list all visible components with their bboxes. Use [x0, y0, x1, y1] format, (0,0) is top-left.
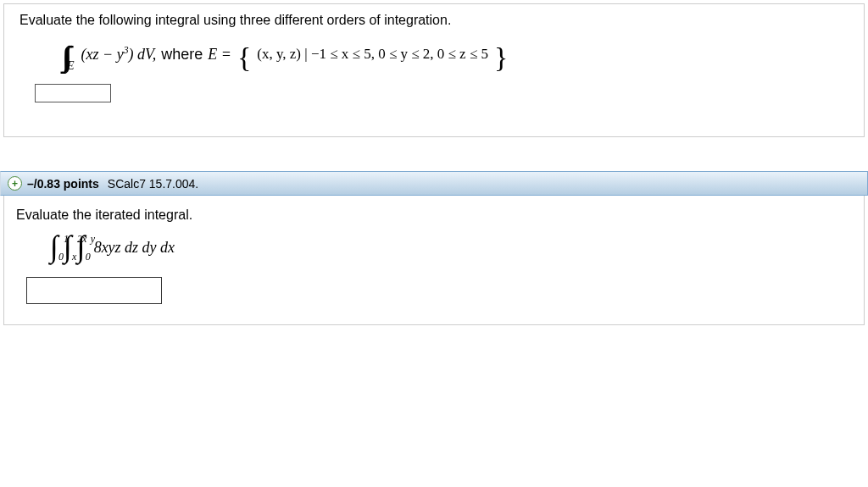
int2-lower: x: [72, 251, 76, 263]
int-2: ∫ 2x x: [64, 235, 72, 260]
q2-math: ∫ 1 0 ∫ 2x x ∫ y 0 8xyz dz dy dx: [50, 235, 852, 260]
int3-lower: 0: [86, 251, 91, 263]
question-1-box: Evaluate the following integral using th…: [3, 3, 865, 137]
question-2-content: Evaluate the iterated integral. ∫ 1 0 ∫ …: [4, 196, 864, 324]
q1-math: ∫∫∫ E (xz − y3) dV, where E = { (x, y, z…: [62, 40, 849, 69]
q1-where: where: [161, 46, 203, 64]
q1-integrand: (xz − y3) dV,: [81, 46, 157, 64]
triple-integral-symbol: ∫∫∫: [62, 42, 65, 71]
question-1-content: Evaluate the following integral using th…: [4, 4, 864, 111]
q1-set-body: (x, y, z) | −1 ≤ x ≤ 5, 0 ≤ y ≤ 2, 0 ≤ z…: [257, 46, 488, 63]
q2-integrand: 8xyz dz dy dx: [94, 239, 175, 257]
q1-answer-input[interactable]: [35, 84, 111, 102]
q2-score: –/0.83 points: [27, 177, 99, 191]
q2-prompt: Evaluate the iterated integral.: [16, 208, 852, 223]
integral-region-sub: E: [67, 59, 75, 73]
q2-ref: SCalc7 15.7.004.: [108, 177, 198, 191]
int-1: ∫ 1 0: [50, 235, 58, 260]
int-3: ∫ y 0: [77, 235, 86, 260]
question-2-header: + –/0.83 points SCalc7 15.7.004.: [0, 171, 868, 196]
question-2-box: Evaluate the iterated integral. ∫ 1 0 ∫ …: [3, 196, 865, 325]
q1-evar: E =: [208, 46, 231, 64]
q1-prompt: Evaluate the following integral using th…: [19, 13, 849, 28]
expand-icon[interactable]: +: [8, 176, 22, 191]
int3-upper: y: [91, 233, 95, 246]
q2-answer-input[interactable]: [26, 277, 162, 304]
